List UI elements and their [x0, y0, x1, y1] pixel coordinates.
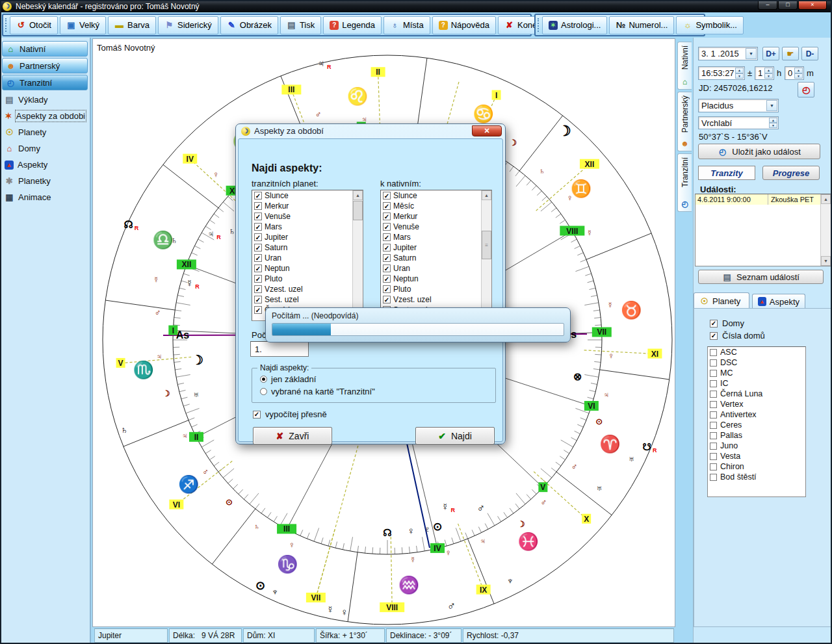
checkbox-checked-icon[interactable]: ✓ [254, 285, 262, 293]
checkbox-checked-icon[interactable]: ✓ [254, 296, 262, 303]
scroll-up-icon[interactable]: ▲ [482, 190, 491, 200]
planet-list-item[interactable]: ✓Saturn [381, 253, 481, 263]
day-plus-button[interactable]: D+ [762, 47, 779, 60]
radio-basic[interactable] [260, 376, 267, 383]
houses-checkbox[interactable]: ✓ [710, 320, 718, 328]
checkbox-checked-icon[interactable]: ✓ [254, 192, 262, 200]
point-list-item[interactable]: ✓Pallas [708, 430, 805, 441]
planet-list-item[interactable]: ✓Vzest. uzel [381, 294, 481, 305]
scrollbar[interactable]: ▲ ▼ [820, 194, 831, 266]
sidebar-item-výklady[interactable]: ▤Výklady [0, 92, 90, 108]
start-date-input[interactable]: 1. [250, 341, 309, 357]
checkbox-checked-icon[interactable]: ✓ [383, 264, 391, 272]
point-list-item[interactable]: ✓IC [708, 378, 805, 389]
checkbox-checked-icon[interactable]: ✓ [254, 213, 262, 220]
maximize-button[interactable]: □ [778, 0, 798, 10]
checkbox-checked-icon[interactable]: ✓ [383, 244, 391, 251]
checkbox-empty-icon[interactable]: ✓ [710, 380, 717, 387]
planet-list-item[interactable]: ✓Neptun [252, 263, 352, 274]
checkbox-empty-icon[interactable]: ✓ [710, 411, 717, 419]
checkbox-checked-icon[interactable]: ✓ [383, 254, 391, 262]
sidebar-item-animace[interactable]: ▦Animace [0, 189, 90, 205]
checkbox-checked-icon[interactable]: ✓ [254, 306, 262, 314]
events-list-button[interactable]: ▤ Seznam událostí [698, 270, 824, 284]
house-numbers-checkbox[interactable]: ✓ [710, 332, 718, 340]
checkbox-checked-icon[interactable]: ✓ [254, 264, 262, 272]
sidebar-item-planety[interactable]: ☉Planety [0, 124, 90, 140]
planet-list-item[interactable]: ✓Slunce [381, 190, 481, 201]
point-list-item[interactable]: ✓Ceres [708, 420, 805, 430]
tranzity-button[interactable]: Tranzity [698, 166, 755, 180]
events-list[interactable]: 4.6.2011 9:00:00Zkouška PET ▲ ▼ [695, 194, 831, 266]
point-list-item[interactable]: ✓MC [708, 368, 805, 378]
toolbar-button-velký[interactable]: ▣Velký [60, 16, 106, 34]
close-button[interactable]: × [798, 0, 827, 10]
toolbar-button-symbolik[interactable]: ☼Symbolik... [676, 16, 744, 34]
event-row[interactable]: 4.6.2011 9:00:00Zkouška PET [696, 194, 821, 205]
checkbox-empty-icon[interactable]: ✓ [710, 443, 717, 450]
checkbox-checked-icon[interactable]: ✓ [254, 202, 262, 210]
tab-aspekty[interactable]: ▲ Aspekty [752, 294, 805, 309]
checkbox-checked-icon[interactable]: ✓ [383, 285, 391, 293]
sidebar-item-planetky[interactable]: ✱Planetky [0, 173, 90, 189]
checkbox-checked-icon[interactable]: ✓ [254, 233, 262, 241]
checkbox-checked-icon[interactable]: ✓ [383, 223, 391, 231]
natal-planet-list[interactable]: ✓Slunce✓Měsíc✓Merkur✓Venuše✓Mars✓Jupiter… [380, 190, 492, 321]
scroll-up-icon[interactable]: ▲ [353, 190, 363, 200]
exact-checkbox[interactable]: ✓ [253, 411, 261, 419]
scroll-up-icon[interactable]: ▲ [821, 194, 831, 204]
dialog-close-button[interactable]: ✕ [472, 125, 502, 136]
toolbar-button-tisk[interactable]: ▤Tisk [280, 16, 321, 34]
hours-spinner[interactable]: 1 ▲▼ [755, 66, 774, 80]
planet-list-item[interactable]: ✓Slunce [252, 190, 352, 201]
checkbox-checked-icon[interactable]: ✓ [383, 233, 391, 241]
close-dialog-button[interactable]: ✘ Zavři [253, 427, 332, 444]
sidebar-item-nativní[interactable]: ⌂Nativní [2, 41, 88, 57]
checkbox-empty-icon[interactable]: ✓ [710, 349, 717, 356]
time-spinner[interactable]: 16:53:27 ▲▼ [698, 66, 745, 80]
planet-list-item[interactable]: ✓Venuše [252, 211, 352, 222]
transit-planet-list[interactable]: ✓Slunce✓Merkur✓Venuše✓Mars✓Jupiter✓Satur… [252, 190, 363, 321]
point-list-item[interactable]: ✓Černá Luna [708, 389, 805, 399]
planet-list-item[interactable]: ✓Venuše [381, 222, 481, 232]
checkbox-checked-icon[interactable]: ✓ [383, 202, 391, 210]
checkbox-empty-icon[interactable]: ✓ [710, 453, 717, 460]
checkbox-empty-icon[interactable]: ✓ [710, 422, 717, 429]
scrollbar-thumb[interactable] [353, 201, 363, 220]
checkbox-empty-icon[interactable]: ✓ [710, 391, 717, 398]
planet-list-item[interactable]: ✓Měsíc [381, 201, 481, 211]
point-list-item[interactable]: ✓Chiron [708, 461, 805, 472]
planet-list-item[interactable]: ✓Pluto [252, 274, 352, 284]
right-tab-tranzitní[interactable]: Tranzitní◴ [677, 153, 692, 212]
toolbar-button-barva[interactable]: ▬Barva [108, 16, 156, 34]
checkbox-checked-icon[interactable]: ✓ [254, 223, 262, 231]
clock-button[interactable]: ◴ [798, 82, 814, 97]
point-list[interactable]: ✓ASC✓DSC✓MC✓IC✓Černá Luna✓Vertex✓Antiver… [707, 346, 806, 497]
radio-selected-on-tab[interactable] [260, 388, 267, 395]
toolbar-button-astrologi[interactable]: ✶Astrologi... [542, 16, 607, 34]
toolbar-button-siderický[interactable]: ⚑Siderický [158, 16, 218, 34]
toolbar-button-numerol[interactable]: №Numerol... [609, 16, 674, 34]
house-system-combobox[interactable]: Placidus ▼ [698, 99, 779, 112]
date-combobox[interactable]: 3. 1 .2015 ▼ [698, 47, 758, 60]
sidebar-item-partnerský[interactable]: ☻Partnerský [2, 58, 88, 73]
checkbox-checked-icon[interactable]: ✓ [254, 244, 262, 251]
scroll-down-icon[interactable]: ▼ [821, 256, 831, 266]
find-button[interactable]: ✔ Najdi [415, 427, 495, 444]
planet-list-item[interactable]: ✓Jupiter [381, 242, 481, 253]
point-list-item[interactable]: ✓ASC [708, 347, 805, 357]
spinner-arrows[interactable]: ▲▼ [769, 118, 777, 128]
right-tab-partnerský[interactable]: Partnerský☻ [677, 92, 692, 151]
planet-list-item[interactable]: ✓Neptun [381, 274, 481, 284]
checkbox-empty-icon[interactable]: ✓ [710, 370, 717, 377]
spinner-arrows[interactable]: ▲▼ [764, 68, 773, 79]
planet-list-item[interactable]: ✓Sest. uzel [252, 294, 352, 305]
spinner-arrows[interactable]: ▲▼ [735, 68, 744, 79]
checkbox-checked-icon[interactable]: ✓ [254, 254, 262, 262]
city-spinner[interactable]: Vrchlabí ▲▼ [698, 116, 779, 129]
scrollbar-thumb[interactable]: ≡ [482, 231, 491, 259]
checkbox-empty-icon[interactable]: ✓ [710, 463, 717, 470]
minimize-button[interactable]: – [758, 0, 777, 10]
planet-list-item[interactable]: ✓Merkur [252, 201, 352, 211]
planet-list-item[interactable]: ✓Vzest. uzel [252, 284, 352, 294]
